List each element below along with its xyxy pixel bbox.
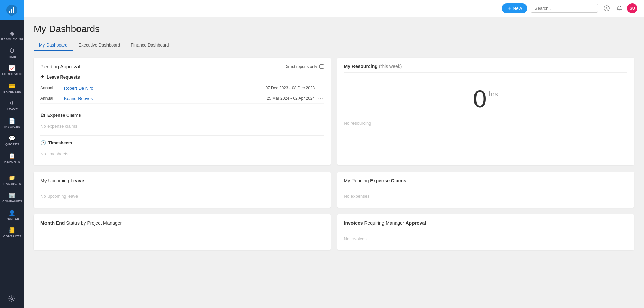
tab-executive-dashboard[interactable]: Executive Dashboard: [73, 40, 126, 51]
settings-button[interactable]: [4, 290, 20, 308]
no-expenses: No expenses: [344, 191, 627, 202]
upcoming-leave-title: My Upcoming Leave: [40, 178, 324, 187]
leave-menu-button[interactable]: ···: [318, 95, 324, 101]
resourcing-hours-unit: hrs: [489, 90, 498, 98]
sidebar-item-projects[interactable]: 📁 PROJECTS: [0, 171, 24, 189]
sidebar-item-invoices[interactable]: 📄 INVOICES: [0, 114, 24, 132]
leave-row: Annual Robert De Niro 07 Dec 2023 - 08 D…: [40, 83, 324, 93]
leave-row: Annual Keanu Reeves 25 Mar 2024 - 02 Apr…: [40, 93, 324, 104]
leave-name[interactable]: Keanu Reeves: [64, 96, 267, 101]
bell-icon-button[interactable]: [614, 3, 624, 13]
sidebar-item-label: LEAVE: [7, 107, 18, 111]
new-button-label: New: [513, 6, 522, 11]
sidebar-item-reports[interactable]: 📋 REPORTS: [0, 149, 24, 167]
leave-type: Annual: [40, 86, 64, 90]
search-input[interactable]: [531, 4, 598, 13]
leave-name[interactable]: Robert De Niro: [64, 86, 265, 91]
pending-expense-card: My Pending Expense Claims No expenses: [337, 172, 634, 208]
contacts-icon: 📒: [9, 227, 16, 234]
dashboard-grid: Pending Approval Direct reports only ✈ L…: [34, 58, 634, 250]
forecasts-icon: 📈: [9, 65, 16, 71]
leave-icon: ✈: [10, 100, 15, 106]
sidebar-item-people[interactable]: 👤 PEOPLE: [0, 206, 24, 224]
airplane-icon: ✈: [40, 74, 44, 80]
expense-claims-label: Expense Claims: [47, 113, 81, 118]
resourcing-hours-display: 0 hrs: [344, 77, 627, 118]
pending-approval-card: Pending Approval Direct reports only ✈ L…: [34, 58, 331, 165]
tab-finance-dashboard[interactable]: Finance Dashboard: [125, 40, 174, 51]
invoices-title: Invoices Requiring Manager Approval: [344, 220, 627, 229]
sidebar-item-label: RESOURCING: [1, 38, 24, 41]
invoices-icon: 📄: [9, 118, 16, 124]
pending-approval-header: Pending Approval Direct reports only: [40, 64, 324, 69]
no-timesheets: No timesheets: [40, 149, 324, 159]
section-divider: [40, 135, 324, 136]
content-area: My Dashboards My Dashboard Executive Das…: [24, 17, 644, 308]
resourcing-hours-value: 0: [473, 87, 487, 111]
invoices-title-bold2: Approval: [405, 220, 426, 226]
sidebar-item-companies[interactable]: 🏢 COMPANIES: [0, 189, 24, 206]
time-icon: ⏱: [9, 48, 15, 54]
new-button[interactable]: + New: [502, 3, 527, 13]
sidebar: ◈ RESOURCING ⏱ TIME 📈 FORECASTS 💳 EXPENS…: [0, 0, 24, 308]
no-invoices: No invoices: [344, 234, 627, 244]
expenses-icon: 💳: [9, 83, 16, 89]
sidebar-item-resourcing[interactable]: ◈ RESOURCING: [0, 27, 24, 44]
no-resourcing: No resourcing: [344, 118, 627, 128]
invoices-card: Invoices Requiring Manager Approval No i…: [337, 214, 634, 250]
resourcing-title-bold: My Resourcing: [344, 64, 378, 69]
nav-divider: [3, 169, 20, 169]
timesheets-label: Timesheets: [48, 140, 72, 145]
month-end-title-bold: Month End: [40, 220, 65, 226]
tab-my-dashboard[interactable]: My Dashboard: [34, 40, 73, 51]
resourcing-card: My Resourcing (this week) 0 hrs No resou…: [337, 58, 634, 165]
sidebar-item-contacts[interactable]: 📒 CONTACTS: [0, 224, 24, 241]
resourcing-icon: ◈: [10, 30, 14, 37]
svg-rect-1: [9, 11, 10, 13]
sidebar-item-label: REPORTS: [4, 160, 20, 163]
svg-rect-3: [13, 7, 14, 13]
expense-claims-section: 🗂 Expense Claims: [40, 112, 324, 118]
sidebar-item-expenses[interactable]: 💳 EXPENSES: [0, 79, 24, 97]
sidebar-item-quotes[interactable]: 💬 QUOTES: [0, 132, 24, 149]
month-end-title: Month End Status by Project Manager: [40, 220, 324, 229]
sidebar-item-forecasts[interactable]: 📈 FORECASTS: [0, 62, 24, 79]
leave-requests-section: ✈ Leave Requests: [40, 74, 324, 80]
sidebar-item-label: CONTACTS: [3, 235, 21, 238]
month-end-title-rest: Status by Project Manager: [66, 220, 122, 226]
leave-dates: 25 Mar 2024 - 02 Apr 2024: [267, 96, 315, 101]
sidebar-item-label: PEOPLE: [6, 217, 19, 220]
app-logo[interactable]: [0, 0, 24, 20]
quotes-icon: 💬: [9, 135, 16, 142]
sidebar-item-leave[interactable]: ✈ LEAVE: [0, 97, 24, 114]
sidebar-item-label: INVOICES: [4, 125, 20, 128]
direct-reports-label: Direct reports only: [284, 64, 317, 69]
topbar: + New SU: [24, 0, 644, 17]
direct-reports-filter: Direct reports only: [284, 64, 324, 69]
expense-icon: 🗂: [40, 112, 45, 118]
pending-expense-title: My Pending Expense Claims: [344, 178, 627, 187]
upcoming-leave-title-text: My Upcoming: [40, 178, 69, 183]
topbar-icons: SU: [602, 3, 637, 13]
sidebar-item-label: PROJECTS: [3, 182, 21, 185]
people-icon: 👤: [9, 210, 16, 216]
sidebar-item-label: TIME: [8, 55, 17, 58]
invoices-title-rest: Requiring Manager: [364, 220, 404, 226]
resourcing-card-title: My Resourcing (this week): [344, 64, 627, 73]
upcoming-leave-title-bold: Leave: [70, 178, 84, 183]
invoices-title-bold: Invoices: [344, 220, 363, 226]
timesheets-section: 🕐 Timesheets: [40, 140, 324, 145]
leave-menu-button[interactable]: ···: [318, 85, 324, 91]
svg-point-4: [11, 298, 13, 300]
user-avatar[interactable]: SU: [627, 3, 637, 13]
sidebar-item-label: EXPENSES: [3, 90, 21, 93]
projects-icon: 📁: [9, 175, 16, 181]
companies-icon: 🏢: [9, 192, 16, 198]
sidebar-item-time[interactable]: ⏱ TIME: [0, 44, 24, 62]
clock-icon-button[interactable]: [602, 3, 612, 13]
direct-reports-checkbox[interactable]: [319, 64, 324, 69]
page-title: My Dashboards: [34, 24, 634, 34]
main-area: + New SU My Dashboards: [24, 0, 644, 308]
sidebar-item-label: FORECASTS: [2, 72, 23, 76]
no-expense-claims: No expense claims: [40, 121, 324, 131]
